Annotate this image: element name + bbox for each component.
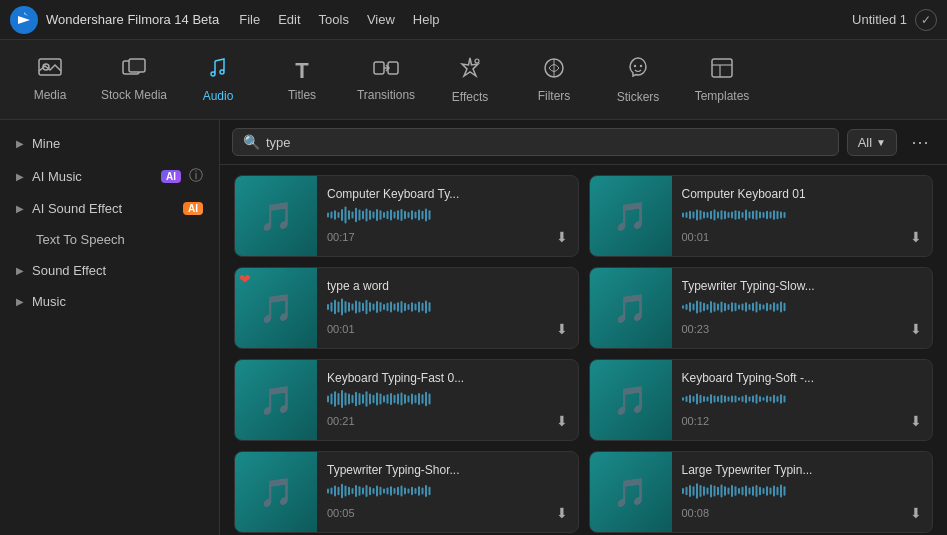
svg-rect-196 (341, 484, 343, 498)
svg-rect-83 (366, 300, 368, 314)
account-icon[interactable]: ✓ (915, 9, 937, 31)
svg-rect-198 (348, 487, 350, 495)
audio-info: Computer Keyboard 01 00:01 ⬇ (672, 179, 933, 253)
svg-rect-89 (387, 303, 389, 311)
svg-rect-185 (762, 397, 764, 401)
svg-rect-155 (408, 395, 410, 402)
svg-rect-78 (348, 302, 350, 312)
svg-rect-65 (762, 212, 764, 218)
sidebar-item-music[interactable]: ▶ Music (0, 286, 219, 317)
svg-rect-142 (362, 394, 364, 404)
download-button[interactable]: ⬇ (556, 505, 568, 521)
download-button[interactable]: ⬇ (556, 229, 568, 245)
sidebar-item-mine[interactable]: ▶ Mine (0, 128, 219, 159)
svg-rect-238 (738, 488, 740, 494)
sidebar-item-text-to-speech[interactable]: Text To Speech (0, 224, 219, 255)
svg-rect-236 (731, 485, 733, 497)
toolbar-templates[interactable]: Templates (682, 45, 762, 115)
menu-tools[interactable]: Tools (319, 12, 349, 27)
svg-rect-16 (341, 209, 343, 221)
download-button[interactable]: ⬇ (556, 413, 568, 429)
svg-rect-62 (752, 211, 754, 219)
sidebar-ai-sound-label: AI Sound Effect (32, 201, 171, 216)
svg-rect-221 (429, 487, 431, 495)
svg-rect-4 (129, 59, 145, 72)
titlebar: Wondershare Filmora 14 Beta File Edit To… (0, 0, 947, 40)
menu-view[interactable]: View (367, 12, 395, 27)
audio-card[interactable]: 🎵 Typewriter Typing-Slow... 00:23 ⬇ (589, 267, 934, 349)
audio-card[interactable]: 🎵 Keyboard Typing-Fast 0... 00:21 ⬇ (234, 359, 579, 441)
toolbar-transitions[interactable]: Transitions (346, 45, 426, 115)
download-button[interactable]: ⬇ (910, 321, 922, 337)
download-button[interactable]: ⬇ (556, 321, 568, 337)
svg-rect-107 (699, 302, 701, 313)
menu-edit[interactable]: Edit (278, 12, 300, 27)
audio-duration: 00:01 (682, 231, 710, 243)
toolbar-stock-media[interactable]: Stock Media (94, 45, 174, 115)
audio-card[interactable]: 🎵 Typewriter Typing-Shor... 00:05 ⬇ (234, 451, 579, 533)
svg-rect-17 (345, 207, 347, 224)
toolbar-media[interactable]: Media (10, 45, 90, 115)
audio-card[interactable]: 🎵 Computer Keyboard Ty... 00:17 ⬇ (234, 175, 579, 257)
more-options-button[interactable]: ⋯ (905, 129, 935, 155)
svg-rect-102 (682, 305, 684, 309)
toolbar-audio[interactable]: Audio (178, 45, 258, 115)
svg-rect-79 (352, 303, 354, 310)
svg-point-7 (475, 59, 479, 63)
search-input[interactable] (266, 135, 828, 150)
toolbar-filters[interactable]: Filters (514, 45, 594, 115)
audio-card[interactable]: 🎵 Large Typewriter Typin... 00:08 ⬇ (589, 451, 934, 533)
audio-meta: 00:05 ⬇ (327, 505, 568, 521)
svg-rect-246 (766, 486, 768, 496)
sidebar-item-sound-effect[interactable]: ▶ Sound Effect (0, 255, 219, 286)
svg-rect-130 (780, 302, 782, 313)
toolbar-stickers[interactable]: Stickers (598, 45, 678, 115)
menu-file[interactable]: File (239, 12, 260, 27)
download-button[interactable]: ⬇ (910, 229, 922, 245)
toolbar-effects[interactable]: Effects (430, 45, 510, 115)
audio-waveform (327, 481, 568, 501)
svg-rect-147 (380, 394, 382, 405)
audio-meta: 00:08 ⬇ (682, 505, 923, 521)
svg-rect-201 (359, 486, 361, 496)
svg-rect-138 (348, 394, 350, 405)
audio-thumbnail: 🎵 (235, 451, 317, 533)
search-input-wrap[interactable]: 🔍 (232, 128, 839, 156)
sidebar-item-ai-music[interactable]: ▶ AI Music AI ⓘ (0, 159, 219, 193)
svg-rect-224 (689, 485, 691, 497)
svg-rect-203 (366, 485, 368, 497)
download-button[interactable]: ⬇ (910, 505, 922, 521)
svg-rect-84 (369, 302, 371, 312)
download-button[interactable]: ⬇ (910, 413, 922, 429)
audio-card[interactable]: ❤ 🎵 type a word 00:01 ⬇ (234, 267, 579, 349)
toolbar-titles[interactable]: T Titles (262, 45, 342, 115)
toolbar-templates-label: Templates (695, 89, 750, 103)
audio-duration: 00:12 (682, 415, 710, 427)
svg-rect-251 (783, 486, 785, 496)
svg-rect-113 (720, 302, 722, 313)
menu-help[interactable]: Help (413, 12, 440, 27)
svg-rect-116 (731, 302, 733, 312)
svg-rect-222 (682, 488, 684, 494)
svg-rect-245 (762, 488, 764, 494)
svg-rect-248 (773, 486, 775, 497)
svg-rect-101 (429, 302, 431, 312)
svg-rect-191 (783, 395, 785, 402)
audio-waveform (682, 389, 923, 409)
svg-rect-11 (712, 59, 732, 77)
svg-rect-129 (776, 303, 778, 310)
info-icon: ⓘ (189, 167, 203, 185)
sidebar-item-ai-sound-effect[interactable]: ▶ AI Sound Effect AI (0, 193, 219, 224)
filter-dropdown[interactable]: All ▼ (847, 129, 897, 156)
svg-rect-54 (724, 211, 726, 219)
audio-info: Keyboard Typing-Fast 0... 00:21 ⬇ (317, 363, 578, 437)
svg-rect-250 (780, 484, 782, 497)
svg-rect-15 (338, 212, 340, 218)
audio-title: type a word (327, 279, 568, 293)
audio-card[interactable]: 🎵 Computer Keyboard 01 00:01 ⬇ (589, 175, 934, 257)
audio-info: Typewriter Typing-Slow... 00:23 ⬇ (672, 271, 933, 345)
svg-rect-34 (404, 211, 406, 219)
svg-rect-77 (345, 301, 347, 313)
audio-card[interactable]: 🎵 Keyboard Typing-Soft -... 00:12 ⬇ (589, 359, 934, 441)
svg-rect-184 (759, 396, 761, 402)
